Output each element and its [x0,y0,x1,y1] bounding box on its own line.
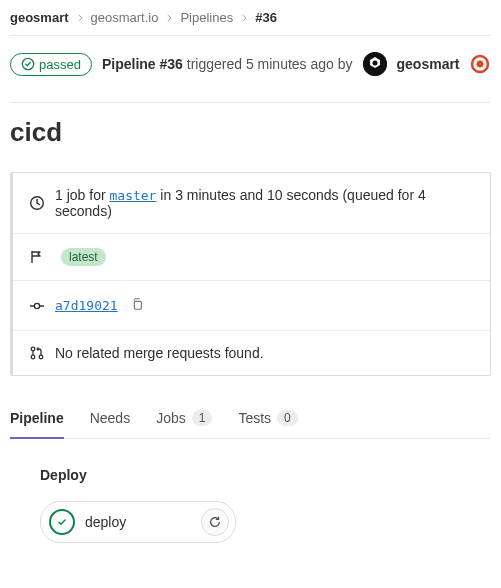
copy-icon [130,297,144,311]
job-status-passed-icon [49,509,75,535]
svg-point-4 [476,61,483,68]
job-summary-row: 1 job for master in 3 minutes and 10 sec… [13,173,490,234]
svg-point-2 [372,61,377,66]
target-icon [470,54,490,74]
tab-tests[interactable]: Tests0 [238,398,297,438]
svg-point-6 [34,303,39,308]
svg-point-8 [31,347,35,351]
commit-row: a7d19021 [13,281,490,331]
stage-name: Deploy [40,467,491,483]
chevron-right-icon [239,13,249,23]
tests-count-badge: 0 [277,410,298,426]
svg-point-10 [39,355,43,359]
svg-point-9 [31,355,35,359]
pipeline-title: Pipeline #36 [102,56,183,72]
latest-tag: latest [61,248,106,266]
triggered-text: triggered 5 minutes ago by [183,56,353,72]
merge-request-icon [29,345,45,361]
chevron-right-icon [75,13,85,23]
breadcrumb-pipelines[interactable]: Pipelines [180,10,233,25]
jobs-count-badge: 1 [192,410,213,426]
status-badge[interactable]: passed [10,53,92,76]
merge-request-row: No related merge requests found. [13,331,490,375]
breadcrumb-root[interactable]: geosmart [10,10,69,25]
flag-icon [29,249,45,265]
breadcrumb: geosmart geosmart.io Pipelines #36 [10,0,491,35]
commit-icon [29,298,45,314]
clock-icon [29,195,45,211]
tab-needs[interactable]: Needs [90,398,130,438]
breadcrumb-project[interactable]: geosmart.io [91,10,159,25]
avatar[interactable] [363,52,387,76]
branch-link[interactable]: master [109,188,156,203]
chevron-right-icon [164,13,174,23]
job-summary-text: 1 job for master in 3 minutes and 10 sec… [55,187,474,219]
commit-sha-link[interactable]: a7d19021 [55,298,118,313]
merge-request-text: No related merge requests found. [55,345,264,361]
retry-icon [208,515,222,529]
job-name: deploy [85,514,126,530]
pipeline-title-line: Pipeline #36 triggered 5 minutes ago by [102,56,353,72]
status-badge-label: passed [39,57,81,72]
svg-rect-7 [134,301,141,309]
tab-pipeline[interactable]: Pipeline [10,398,64,438]
tabs: Pipeline Needs Jobs1 Tests0 [10,398,491,439]
tags-row: latest [13,234,490,281]
pipeline-header: passed Pipeline #36 triggered 5 minutes … [10,36,491,92]
tab-jobs[interactable]: Jobs1 [156,398,212,438]
retry-button[interactable] [201,508,229,536]
stage-column: Deploy deploy [40,467,491,543]
pipeline-info-box: 1 job for master in 3 minutes and 10 sec… [10,172,491,376]
breadcrumb-current: #36 [255,10,277,25]
copy-sha-button[interactable] [128,295,146,316]
check-circle-icon [21,57,35,71]
page-title: cicd [10,117,491,148]
job-pill[interactable]: deploy [40,501,236,543]
username-link[interactable]: geosmart [397,56,460,72]
